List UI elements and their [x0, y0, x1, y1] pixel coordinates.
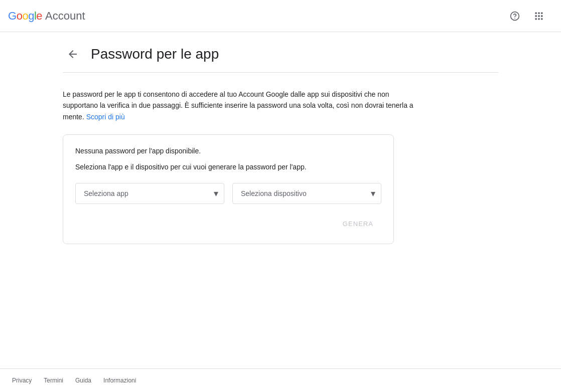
footer: Privacy Termini Guida Informazioni	[0, 368, 561, 392]
genera-button[interactable]: GENERA	[335, 216, 381, 232]
dropdowns-row: Seleziona app ▾ Seleziona dispositivo ▾	[75, 183, 381, 204]
apps-icon	[534, 11, 544, 21]
svg-rect-10	[541, 18, 542, 20]
device-dropdown-wrapper: Seleziona dispositivo ▾	[232, 183, 381, 204]
app-passwords-card: Nessuna password per l'app disponibile. …	[63, 134, 394, 244]
svg-rect-7	[541, 15, 542, 17]
svg-rect-2	[535, 12, 537, 14]
svg-rect-5	[535, 15, 537, 17]
footer-privacy-link[interactable]: Privacy	[12, 377, 32, 384]
svg-rect-9	[538, 18, 539, 20]
svg-rect-6	[538, 15, 539, 17]
back-arrow-icon	[67, 48, 79, 60]
learn-more-link[interactable]: Scopri di più	[86, 113, 125, 121]
svg-rect-3	[538, 12, 539, 14]
select-instruction: Seleziona l'app e il dispositivo per cui…	[75, 163, 381, 171]
device-dropdown[interactable]: Seleziona dispositivo	[232, 183, 381, 204]
main-content: Password per le app Le password per le a…	[55, 32, 506, 368]
header: Google Account	[0, 0, 561, 32]
logo-text: Google	[8, 10, 42, 23]
footer-informazioni-link[interactable]: Informazioni	[103, 377, 136, 384]
footer-termini-link[interactable]: Termini	[44, 377, 63, 384]
google-logo: Google Account	[8, 10, 85, 23]
apps-button[interactable]	[529, 6, 549, 26]
page-header: Password per le app	[63, 44, 498, 73]
help-icon	[510, 11, 520, 21]
footer-guida-link[interactable]: Guida	[75, 377, 91, 384]
back-button[interactable]	[63, 44, 83, 64]
header-right	[505, 6, 549, 26]
svg-rect-4	[541, 12, 542, 14]
header-left: Google Account	[8, 10, 85, 23]
app-dropdown[interactable]: Seleziona app	[75, 183, 224, 204]
genera-row: GENERA	[75, 216, 381, 232]
app-dropdown-wrapper: Seleziona app ▾	[75, 183, 224, 204]
svg-rect-8	[535, 18, 537, 20]
account-label: Account	[45, 10, 85, 23]
no-password-text: Nessuna password per l'app disponibile.	[75, 147, 381, 155]
description: Le password per le app ti consentono di …	[63, 89, 414, 122]
page-title: Password per le app	[91, 46, 219, 62]
help-button[interactable]	[505, 6, 525, 26]
